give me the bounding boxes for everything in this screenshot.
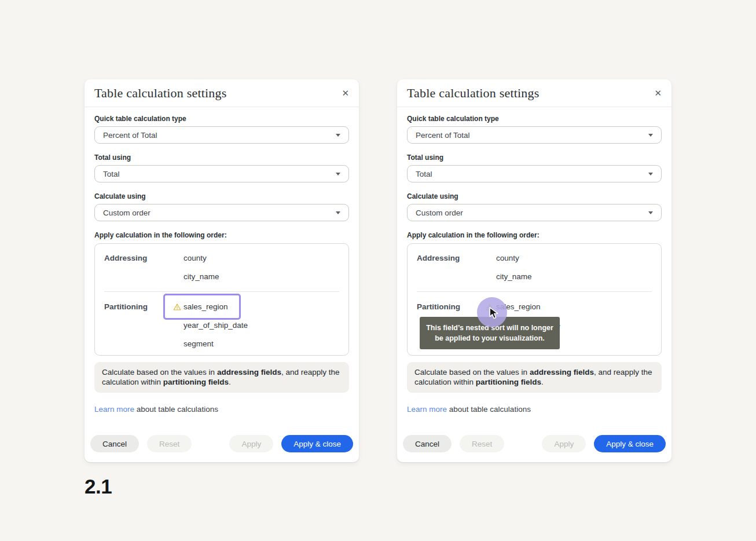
dialog-body: Quick table calculation type Percent of … [397, 107, 671, 414]
dialog-body: Quick table calculation type Percent of … [85, 107, 359, 414]
calculate-using-label: Calculate using [94, 193, 349, 200]
dialog-header: Table calculation settings ✕ [85, 79, 359, 107]
calculation-info-text: Calculate based on the values in address… [94, 362, 349, 393]
chevron-down-icon [336, 134, 340, 137]
order-box: Addressing county city_name Partitioning… [407, 243, 662, 356]
cursor-icon [489, 307, 500, 322]
calculate-using-value: Custom order [416, 209, 463, 217]
apply-close-button[interactable]: Apply & close [594, 435, 666, 452]
apply-button[interactable]: Apply [229, 435, 273, 452]
field-item-label: sales_region [184, 302, 228, 311]
addressing-section: Addressing county city_name [417, 254, 652, 291]
total-using-select[interactable]: Total [94, 165, 349, 182]
learn-more-link[interactable]: Learn more [94, 405, 134, 414]
dialog-title: Table calculation settings [407, 86, 539, 101]
total-using-label: Total using [407, 154, 662, 161]
section-divider [417, 291, 652, 292]
learn-more-line: Learn more about table calculations [407, 405, 662, 414]
learn-more-rest: about table calculations [134, 405, 218, 414]
field-item-city-name[interactable]: city_name [496, 272, 532, 282]
learn-more-line: Learn more about table calculations [94, 405, 349, 414]
chevron-down-icon [336, 173, 340, 176]
addressing-section: Addressing county city_name [104, 254, 339, 291]
learn-more-link[interactable]: Learn more [407, 405, 447, 414]
table-calculation-dialog-hover: Table calculation settings ✕ Quick table… [397, 79, 671, 462]
addressing-fields: county city_name [184, 254, 219, 291]
order-heading: Apply calculation in the following order… [407, 232, 662, 239]
apply-close-button[interactable]: Apply & close [281, 435, 353, 452]
chevron-down-icon [648, 211, 653, 214]
table-calculation-dialog-selected: Table calculation settings ✕ Quick table… [85, 79, 359, 462]
quick-type-select[interactable]: Percent of Total [94, 126, 349, 144]
info-bold-addressing: addressing fields [217, 368, 281, 376]
partitioning-fields: sales_region year_of_ship_date segment [184, 302, 248, 358]
order-box: Addressing county city_name Partitioning… [94, 243, 349, 356]
quick-type-label: Quick table calculation type [94, 115, 349, 122]
field-item-segment[interactable]: segment [184, 339, 214, 349]
calculate-using-select[interactable]: Custom order [407, 204, 662, 221]
chevron-down-icon [648, 134, 653, 137]
field-item-sales-region[interactable]: sales_region [496, 302, 541, 312]
order-heading: Apply calculation in the following order… [94, 232, 349, 239]
calculate-using-value: Custom order [103, 209, 151, 217]
field-item-city-name[interactable]: city_name [184, 272, 219, 282]
info-bold-partitioning: partitioning fields [163, 378, 229, 386]
total-using-value: Total [103, 170, 120, 178]
section-divider [104, 291, 339, 292]
calculate-using-select[interactable]: Custom order [94, 204, 349, 221]
calculate-using-label: Calculate using [407, 193, 662, 200]
learn-more-rest: about table calculations [447, 405, 531, 414]
reset-button[interactable]: Reset [147, 435, 192, 452]
chevron-down-icon [648, 173, 653, 176]
addressing-label: Addressing [104, 254, 184, 291]
field-item-county[interactable]: county [184, 254, 207, 263]
cancel-button[interactable]: Cancel [403, 435, 452, 452]
tooltip-line-2: be applied to your visualization. [435, 333, 545, 343]
dialog-footer: Cancel Reset Apply Apply & close [403, 435, 666, 452]
field-item-year-of-ship-date[interactable]: year_of_ship_date [184, 321, 248, 330]
quick-type-value: Percent of Total [416, 131, 470, 140]
total-using-select[interactable]: Total [407, 165, 662, 182]
partitioning-section: Partitioning sales_region year_of_ship_d… [104, 302, 339, 358]
partitioning-label: Partitioning [104, 302, 184, 358]
field-item-county[interactable]: county [496, 254, 519, 263]
close-icon[interactable]: ✕ [654, 89, 662, 97]
quick-type-label: Quick table calculation type [407, 115, 662, 122]
chevron-down-icon [336, 211, 340, 214]
addressing-label: Addressing [417, 254, 496, 291]
dialog-title: Table calculation settings [94, 86, 226, 101]
dialog-header: Table calculation settings ✕ [397, 79, 671, 107]
info-prefix: Calculate based on the values in [102, 368, 217, 376]
total-using-value: Total [416, 170, 432, 178]
close-icon[interactable]: ✕ [342, 89, 349, 97]
info-prefix: Calculate based on the values in [414, 368, 530, 376]
total-using-label: Total using [94, 154, 349, 161]
dialog-footer: Cancel Reset Apply Apply & close [90, 435, 353, 452]
info-bold-partitioning: partitioning fields [476, 378, 541, 386]
info-suffix: . [229, 378, 231, 386]
field-item-sales-region[interactable]: sales_region [184, 302, 228, 312]
warning-icon[interactable] [173, 303, 181, 313]
cancel-button[interactable]: Cancel [90, 435, 139, 452]
quick-type-value: Percent of Total [103, 131, 157, 140]
info-bold-addressing: addressing fields [530, 368, 594, 376]
calculation-info-text: Calculate based on the values in address… [407, 362, 662, 393]
addressing-fields: county city_name [496, 254, 532, 291]
info-suffix: . [541, 378, 544, 386]
quick-type-select[interactable]: Percent of Total [407, 126, 662, 144]
reset-button[interactable]: Reset [460, 435, 504, 452]
apply-button[interactable]: Apply [542, 435, 586, 452]
figure-label: 2.1 [85, 475, 112, 498]
